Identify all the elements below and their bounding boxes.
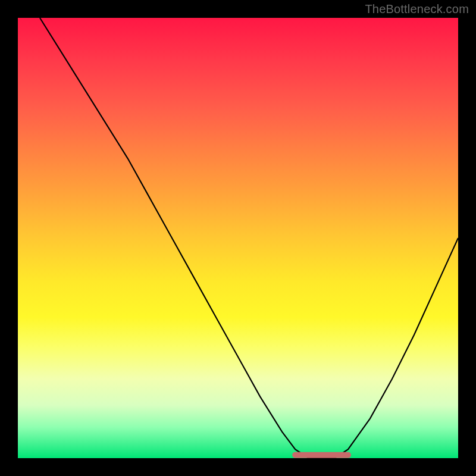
main-curve — [40, 18, 458, 458]
chart-svg — [18, 18, 458, 458]
chart-container: TheBottleneck.com — [0, 0, 476, 476]
attribution-text: TheBottleneck.com — [365, 2, 469, 16]
curve-group — [40, 18, 458, 458]
plot-area — [18, 18, 458, 458]
